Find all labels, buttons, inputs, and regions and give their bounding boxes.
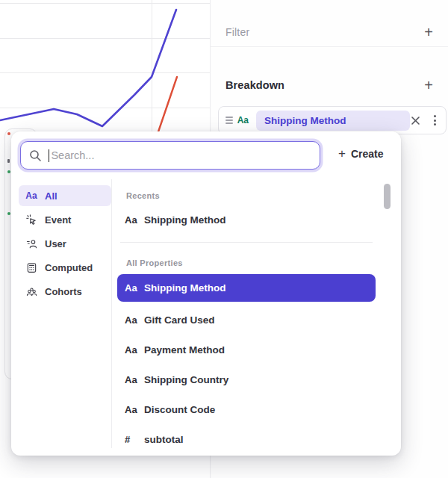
list-item-label: Shipping Method [144, 214, 225, 226]
list-item-label: Payment Method [144, 344, 225, 356]
list-item-gift-card-used[interactable]: Aa Gift Card Used [117, 305, 376, 335]
nav-item-label: All [45, 190, 57, 202]
recents-header: Recents [126, 191, 160, 200]
section-divider [211, 46, 448, 47]
nav-item-all[interactable]: Aa All [19, 185, 111, 206]
nav-item-label: Cohorts [45, 286, 82, 297]
list-section-divider [120, 242, 373, 243]
list-item-shipping-country[interactable]: Aa Shipping Country [117, 364, 376, 394]
nav-item-cohorts[interactable]: Cohorts [19, 281, 111, 302]
drag-handle-icon[interactable] [225, 117, 233, 124]
list-item-label: Discount Code [144, 404, 215, 415]
cohorts-icon [25, 286, 38, 297]
nav-item-label: Computed [45, 262, 93, 273]
text-property-icon: Aa [125, 314, 144, 326]
text-property-icon: Aa [125, 374, 144, 385]
list-item-shipping-method[interactable]: Aa Shipping Method [117, 274, 376, 302]
text-property-icon: Aa [125, 282, 144, 294]
more-options-button[interactable] [430, 115, 439, 125]
breakdown-property-label: Shipping Method [264, 115, 346, 126]
filter-label: Filter [225, 26, 249, 38]
scrollbar-thumb[interactable] [384, 184, 391, 209]
number-property-icon: # [125, 434, 144, 445]
nav-item-event[interactable]: Event [19, 209, 111, 230]
list-item-shipping-method-recent[interactable]: Aa Shipping Method [117, 205, 376, 235]
kebab-icon [434, 115, 436, 117]
property-picker-popover: + Create Aa All Event [11, 131, 401, 456]
close-icon [411, 116, 420, 125]
property-type-icon: Aa [237, 115, 252, 125]
filter-section: Filter + [211, 25, 448, 40]
list-item-subtotal[interactable]: # subtotal [117, 424, 376, 454]
text-property-icon: Aa [125, 214, 144, 226]
user-icon [25, 238, 38, 249]
series-swatch-green [7, 170, 10, 173]
text-property-icon: Aa [125, 344, 144, 356]
nav-item-label: Event [45, 214, 71, 226]
computed-icon [25, 262, 38, 273]
all-properties-header: All Properties [126, 258, 183, 267]
nav-item-user[interactable]: User [19, 233, 111, 254]
remove-breakdown-button[interactable] [410, 114, 421, 126]
add-filter-button[interactable]: + [424, 25, 433, 39]
text-caret [49, 149, 49, 162]
sidebar-list-divider [111, 179, 112, 448]
chart-line-blue [0, 10, 176, 126]
nav-item-label: User [45, 238, 66, 249]
list-item-label: subtotal [144, 434, 184, 445]
list-item-label: Shipping Method [144, 282, 225, 294]
property-list: Recents Aa Shipping Method All Propertie… [117, 131, 389, 456]
breakdown-section: Breakdown + [211, 77, 448, 93]
breakdown-chip-row: Aa Shipping Method [218, 106, 447, 134]
list-item-discount-code[interactable]: Aa Discount Code [117, 394, 376, 424]
breakdown-label: Breakdown [225, 79, 284, 91]
list-item-payment-method[interactable]: Aa Payment Method [117, 335, 376, 364]
add-breakdown-button[interactable]: + [424, 78, 433, 92]
series-swatch-green [7, 212, 10, 215]
nav-item-computed[interactable]: Computed [19, 257, 111, 278]
series-swatch-red [7, 132, 10, 135]
list-item-label: Gift Card Used [144, 314, 215, 326]
legend-text-fragment [7, 159, 10, 163]
text-property-icon: Aa [25, 190, 38, 201]
property-type-nav: Aa All Event [19, 185, 111, 305]
list-item-label: Shipping Country [144, 374, 228, 385]
event-icon [25, 214, 38, 226]
breakdown-property-chip[interactable]: Shipping Method [256, 111, 410, 131]
text-property-icon: Aa [125, 404, 144, 415]
search-icon [29, 149, 42, 162]
